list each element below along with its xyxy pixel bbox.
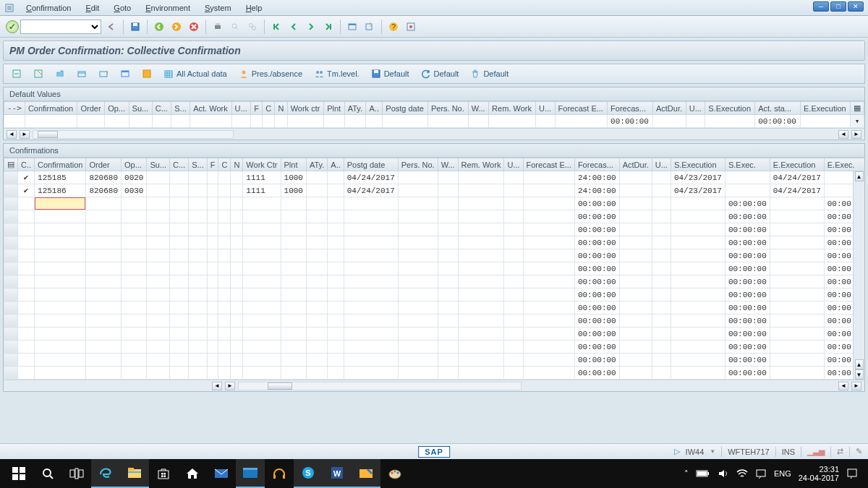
sap-task-icon[interactable] bbox=[236, 459, 265, 488]
cell[interactable] bbox=[306, 223, 327, 236]
cell[interactable] bbox=[328, 197, 344, 210]
cell[interactable]: 04/24/2017 bbox=[770, 171, 824, 184]
dv-cell[interactable] bbox=[705, 115, 755, 128]
conf-col-25[interactable]: E.Execution bbox=[770, 158, 824, 171]
cell[interactable]: 125186 bbox=[35, 184, 86, 197]
scroll-up-icon[interactable]: ▲ bbox=[855, 171, 864, 181]
skype-icon[interactable]: S bbox=[294, 459, 323, 488]
cell[interactable] bbox=[86, 197, 122, 210]
scroll-right-icon[interactable]: ► bbox=[20, 130, 30, 139]
cell[interactable] bbox=[207, 184, 218, 197]
conf-col-21[interactable]: ActDur. bbox=[619, 158, 652, 171]
cell[interactable] bbox=[328, 354, 344, 367]
menu-environment[interactable]: Environment bbox=[138, 4, 197, 12]
new-session-icon[interactable] bbox=[345, 20, 359, 34]
cell[interactable] bbox=[147, 249, 170, 262]
conf-col-12[interactable]: ATy. bbox=[306, 158, 327, 171]
conf-col-23[interactable]: S.Execution bbox=[671, 158, 725, 171]
last-page-icon[interactable] bbox=[321, 20, 336, 34]
create-shortcut-icon[interactable] bbox=[362, 20, 377, 34]
conf-col-26[interactable]: E.Exec. bbox=[824, 158, 864, 171]
cell[interactable] bbox=[189, 354, 208, 367]
menu-edit[interactable]: Edit bbox=[78, 4, 106, 12]
cell[interactable] bbox=[504, 354, 523, 367]
cell[interactable] bbox=[652, 236, 671, 249]
cell[interactable] bbox=[619, 223, 652, 236]
cell[interactable]: 00:00:00 bbox=[574, 236, 619, 249]
dv-col-2[interactable]: Op... bbox=[105, 102, 129, 115]
cell[interactable] bbox=[122, 314, 147, 328]
row-selector[interactable] bbox=[4, 288, 18, 301]
cell[interactable]: 00:00:00 bbox=[574, 275, 619, 288]
cell[interactable] bbox=[398, 197, 438, 210]
cell[interactable] bbox=[458, 341, 504, 354]
cell[interactable] bbox=[619, 171, 652, 184]
cell[interactable] bbox=[398, 249, 438, 262]
row-selector[interactable] bbox=[4, 210, 18, 223]
history-back-icon[interactable] bbox=[104, 20, 119, 34]
cell[interactable] bbox=[207, 328, 218, 341]
cell[interactable] bbox=[189, 184, 208, 197]
cell[interactable] bbox=[619, 301, 652, 314]
cell[interactable]: ✔ bbox=[18, 171, 35, 184]
cell[interactable] bbox=[147, 171, 170, 184]
cell[interactable] bbox=[231, 328, 243, 341]
cell[interactable] bbox=[398, 184, 438, 197]
cell[interactable] bbox=[231, 367, 243, 380]
cell[interactable] bbox=[207, 288, 218, 301]
cell[interactable] bbox=[438, 354, 458, 367]
cell[interactable] bbox=[281, 210, 306, 223]
conf-col-16[interactable]: W... bbox=[438, 158, 458, 171]
cell[interactable] bbox=[122, 367, 147, 380]
dv-col-4[interactable]: C... bbox=[152, 102, 171, 115]
dv-col-0[interactable]: Confirmation bbox=[25, 102, 77, 115]
cell[interactable] bbox=[671, 210, 725, 223]
app-btn-5[interactable] bbox=[93, 66, 114, 82]
scroll-right-icon-2[interactable]: ► bbox=[851, 130, 861, 139]
cell[interactable] bbox=[328, 341, 344, 354]
cell[interactable] bbox=[458, 210, 504, 223]
cell[interactable] bbox=[170, 341, 189, 354]
cell[interactable] bbox=[652, 341, 671, 354]
cell[interactable] bbox=[147, 275, 170, 288]
cell[interactable] bbox=[328, 314, 344, 328]
cell[interactable] bbox=[147, 341, 170, 354]
row-selector[interactable] bbox=[4, 184, 18, 197]
cell[interactable] bbox=[458, 354, 504, 367]
row-selector[interactable] bbox=[4, 314, 18, 328]
cell[interactable]: 00:00:00 bbox=[725, 314, 770, 328]
conf-vscrollbar[interactable]: ▲ ▲ ▼ bbox=[853, 171, 864, 380]
cell[interactable] bbox=[770, 223, 824, 236]
tray-expand-icon[interactable]: ˄ bbox=[684, 469, 689, 479]
cell[interactable] bbox=[243, 354, 281, 367]
cell[interactable] bbox=[86, 314, 122, 328]
cell[interactable] bbox=[328, 262, 344, 275]
cell[interactable] bbox=[671, 288, 725, 301]
cell[interactable] bbox=[344, 301, 398, 314]
cell[interactable] bbox=[243, 223, 281, 236]
cell[interactable] bbox=[170, 354, 189, 367]
cell[interactable] bbox=[281, 328, 306, 341]
cell[interactable] bbox=[458, 249, 504, 262]
cell[interactable]: 04/23/2017 bbox=[671, 184, 725, 197]
cell[interactable] bbox=[306, 262, 327, 275]
cell[interactable] bbox=[35, 367, 86, 380]
cell[interactable] bbox=[147, 301, 170, 314]
cell[interactable] bbox=[86, 275, 122, 288]
print-icon[interactable] bbox=[210, 20, 225, 34]
cell[interactable] bbox=[243, 367, 281, 380]
cell[interactable] bbox=[189, 288, 208, 301]
cell[interactable] bbox=[218, 301, 231, 314]
dv-cell[interactable] bbox=[129, 115, 152, 128]
cell[interactable] bbox=[281, 236, 306, 249]
cell[interactable] bbox=[344, 249, 398, 262]
cell[interactable] bbox=[86, 341, 122, 354]
dv-cell[interactable] bbox=[25, 115, 77, 128]
cell[interactable] bbox=[122, 341, 147, 354]
cell[interactable] bbox=[231, 341, 243, 354]
conf-col-1[interactable]: Confirmation bbox=[35, 158, 86, 171]
cell[interactable] bbox=[523, 249, 574, 262]
cell[interactable]: 00:00:00 bbox=[574, 341, 619, 354]
cell[interactable] bbox=[770, 288, 824, 301]
cell[interactable] bbox=[18, 354, 35, 367]
